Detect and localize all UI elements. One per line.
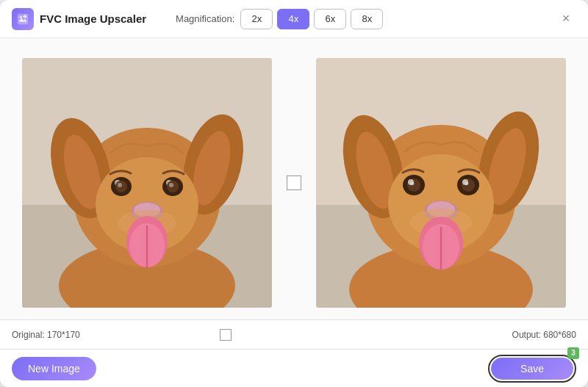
- mag-6x-button[interactable]: 6x: [314, 9, 346, 29]
- compare-divider-icon: [287, 176, 301, 190]
- output-image-panel: [316, 58, 566, 308]
- app-title: FVC Image Upscaler: [40, 12, 146, 25]
- header: FVC Image Upscaler Magnification: 2x 4x …: [0, 0, 588, 38]
- app-window: FVC Image Upscaler Magnification: 2x 4x …: [0, 0, 588, 387]
- save-area: 3 Save: [488, 355, 576, 383]
- original-image: [22, 58, 272, 308]
- magnification-area: Magnification: 2x 4x 6x 8x: [176, 9, 383, 29]
- save-badge: 3: [567, 347, 579, 359]
- save-button-wrapper: Save: [488, 355, 576, 383]
- svg-point-41: [411, 181, 415, 185]
- mag-2x-button[interactable]: 2x: [240, 9, 273, 29]
- new-image-button[interactable]: New Image: [12, 357, 96, 380]
- svg-point-18: [169, 183, 173, 187]
- svg-point-17: [118, 183, 122, 187]
- center-compare-icon: [220, 329, 232, 341]
- output-image: [316, 58, 566, 308]
- original-image-panel: [22, 58, 272, 308]
- magnification-label: Magnification:: [176, 13, 234, 24]
- main-content: [0, 38, 588, 319]
- mag-4x-button[interactable]: 4x: [277, 9, 309, 29]
- close-button[interactable]: ×: [556, 9, 576, 29]
- magnification-buttons: 2x 4x 6x 8x: [240, 9, 383, 29]
- action-bar: New Image 3 Save: [0, 349, 588, 387]
- info-footer: Original: 170*170 Output: 680*680: [0, 319, 588, 349]
- output-info-text: Output: 680*680: [512, 330, 576, 340]
- app-logo-icon: [12, 8, 34, 30]
- logo-area: FVC Image Upscaler: [12, 8, 146, 30]
- original-info-text: Original: 170*170: [12, 330, 80, 340]
- mag-8x-button[interactable]: 8x: [351, 9, 383, 29]
- svg-point-1: [20, 15, 22, 18]
- svg-point-42: [465, 181, 469, 185]
- save-button[interactable]: Save: [491, 358, 573, 380]
- svg-rect-0: [18, 13, 28, 23]
